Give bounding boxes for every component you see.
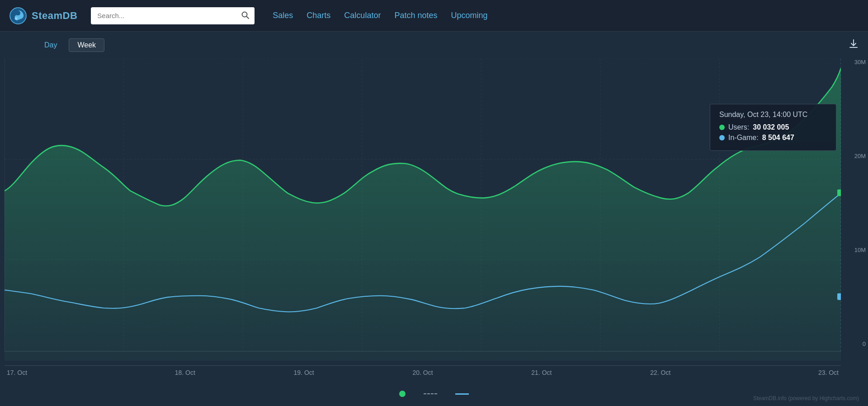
tooltip-ingame-label: In-Game: (728, 134, 759, 142)
logo-area: SteamDB (9, 7, 77, 25)
nav-charts[interactable]: Charts (307, 11, 330, 20)
tooltip-users-dot (719, 125, 725, 130)
search-container (91, 7, 255, 24)
tooltip-date: Sunday, Oct 23, 14:00 UTC (719, 111, 827, 119)
tooltip-ingame-row: In-Game: 8 504 647 (719, 134, 827, 142)
svg-point-1 (15, 17, 18, 20)
search-input[interactable] (91, 8, 236, 23)
logo-icon (9, 7, 27, 25)
x-label-20oct: 20. Oct (363, 369, 482, 376)
logo-text: SteamDB (32, 10, 77, 22)
navbar: SteamDB Sales Charts Calculator Patch no… (0, 0, 868, 32)
legend-ingame (455, 393, 469, 395)
tooltip-users-value: 30 032 005 (753, 123, 789, 131)
tooltip-users-label: Users: (728, 123, 749, 131)
x-label-18oct: 18. Oct (126, 369, 245, 376)
nav-links: Sales Charts Calculator Patch notes Upco… (273, 11, 487, 20)
x-label-23oct: 23. Oct (720, 369, 841, 376)
legend-users-dot (399, 391, 406, 397)
x-axis-labels: 17. Oct 18. Oct 19. Oct 20. Oct 21. Oct … (5, 365, 841, 379)
x-label-19oct: 19. Oct (245, 369, 363, 376)
legend-dash-line (424, 393, 437, 394)
svg-rect-18 (837, 294, 841, 300)
chart-wrapper: Day Week 30M 20M 10M 0 (0, 32, 868, 406)
x-label-17oct: 17. Oct (5, 369, 126, 376)
search-icon (241, 11, 249, 19)
powered-by: SteamDB.info (powered by Highcharts.com) (753, 395, 859, 401)
legend-dashes (424, 393, 437, 394)
legend-ingame-line (455, 393, 469, 395)
nav-sales[interactable]: Sales (273, 11, 293, 20)
legend-users (399, 391, 406, 397)
svg-rect-17 (837, 190, 841, 196)
period-toggle: Day Week (36, 38, 104, 52)
svg-line-3 (247, 16, 249, 19)
x-label-21oct: 21. Oct (482, 369, 601, 376)
nav-calculator[interactable]: Calculator (344, 11, 381, 20)
download-button[interactable] (848, 38, 859, 52)
period-week-button[interactable]: Week (69, 38, 104, 52)
download-icon (848, 38, 859, 49)
x-label-22oct: 22. Oct (601, 369, 720, 376)
tooltip-ingame-value: 8 504 647 (762, 134, 794, 142)
search-button[interactable] (236, 7, 255, 24)
chart-legend (399, 391, 469, 397)
nav-upcoming[interactable]: Upcoming (451, 11, 487, 20)
chart-tooltip: Sunday, Oct 23, 14:00 UTC Users: 30 032 … (710, 104, 836, 151)
tooltip-users-row: Users: 30 032 005 (719, 123, 827, 131)
tooltip-ingame-dot (719, 135, 725, 140)
period-day-button[interactable]: Day (36, 38, 65, 52)
nav-patch-notes[interactable]: Patch notes (394, 11, 437, 20)
